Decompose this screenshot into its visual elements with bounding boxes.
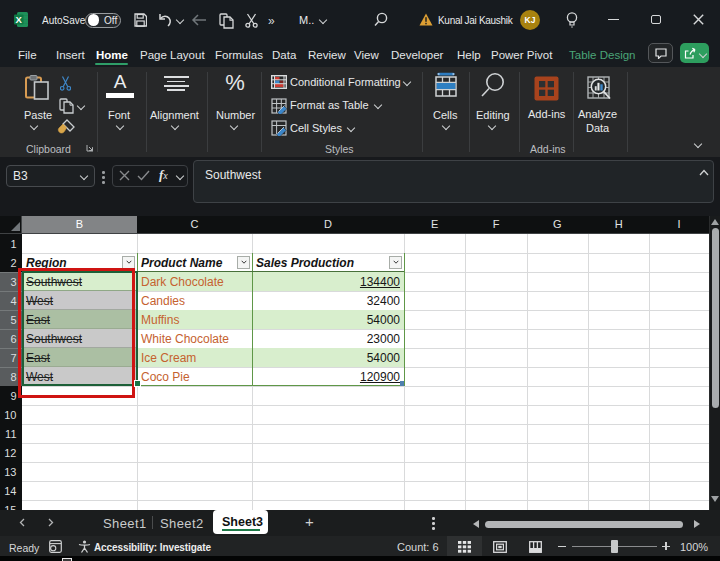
- svg-text:X: X: [16, 14, 23, 25]
